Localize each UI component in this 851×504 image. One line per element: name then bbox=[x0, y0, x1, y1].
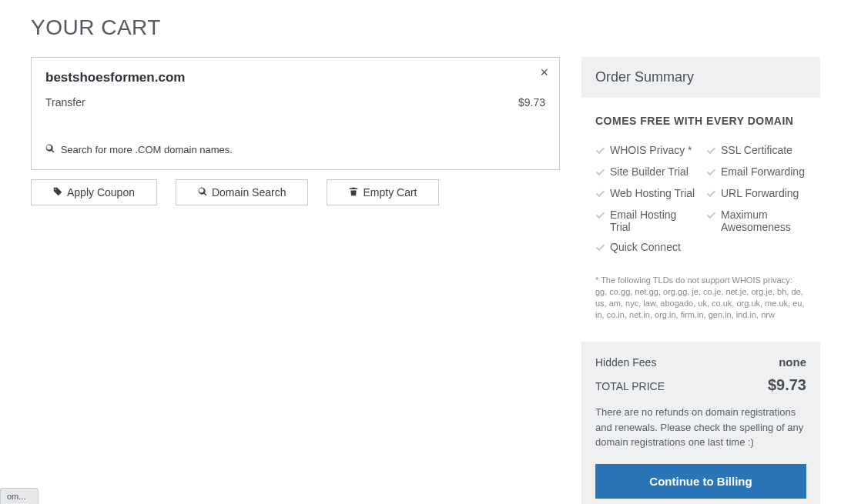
free-feature-label: Site Builder Trial bbox=[610, 165, 689, 178]
check-icon bbox=[706, 144, 716, 158]
free-feature-label: Maximum Awesomeness bbox=[721, 209, 806, 233]
empty-cart-button[interactable]: Empty Cart bbox=[327, 179, 439, 205]
trash-icon bbox=[349, 186, 358, 199]
hidden-fees-value: none bbox=[779, 355, 806, 369]
free-feature-label: Web Hosting Trial bbox=[610, 187, 695, 199]
search-icon bbox=[45, 144, 58, 155]
free-feature-label: Email Hosting Trial bbox=[610, 209, 695, 233]
cart-item-line: Transfer $9.73 bbox=[45, 96, 545, 108]
empty-cart-label: Empty Cart bbox=[363, 186, 417, 199]
check-icon bbox=[706, 165, 716, 179]
check-icon bbox=[706, 209, 716, 222]
search-more-link[interactable]: Search for more .COM domain names. bbox=[45, 144, 545, 155]
apply-coupon-button[interactable]: Apply Coupon bbox=[31, 179, 157, 205]
tag-icon bbox=[53, 186, 62, 199]
hidden-fees-label: Hidden Fees bbox=[595, 356, 656, 369]
check-icon bbox=[595, 165, 605, 179]
check-icon bbox=[595, 144, 605, 158]
free-feature-label: SSL Certificate bbox=[721, 144, 792, 156]
free-feature-label: Email Forwarding bbox=[721, 165, 805, 178]
check-icon bbox=[595, 187, 605, 201]
free-feature-item: Web Hosting Trial bbox=[595, 187, 695, 201]
whois-footnote: * The following TLDs do not support WHOI… bbox=[595, 275, 806, 320]
browser-tab-stub[interactable]: om... bbox=[0, 488, 39, 504]
cart-item-domain: bestshoesformen.com bbox=[45, 70, 545, 85]
free-features-title: COMES FREE WITH EVERY DOMAIN bbox=[595, 115, 806, 127]
search-more-text: Search for more .COM domain names. bbox=[61, 144, 233, 155]
check-icon bbox=[706, 187, 716, 201]
free-feature-item: Site Builder Trial bbox=[595, 165, 695, 179]
search-icon bbox=[198, 186, 207, 199]
free-feature-label: Quick Connect bbox=[610, 241, 681, 253]
free-feature-item: Maximum Awesomeness bbox=[706, 209, 806, 233]
free-feature-item: SSL Certificate bbox=[706, 144, 806, 158]
total-price-label: TOTAL PRICE bbox=[595, 380, 665, 392]
check-icon bbox=[595, 209, 605, 222]
apply-coupon-label: Apply Coupon bbox=[67, 186, 135, 199]
page-title: YOUR CART bbox=[31, 15, 820, 40]
check-icon bbox=[595, 241, 605, 255]
close-icon[interactable]: × bbox=[540, 65, 548, 79]
order-summary-heading: Order Summary bbox=[581, 57, 820, 98]
free-feature-label: WHOIS Privacy * bbox=[610, 144, 692, 156]
domain-search-button[interactable]: Domain Search bbox=[176, 179, 309, 205]
free-feature-item: Quick Connect bbox=[595, 241, 695, 255]
free-feature-label: URL Forwarding bbox=[721, 187, 799, 199]
free-feature-item: Email Forwarding bbox=[706, 165, 806, 179]
free-feature-item: Email Hosting Trial bbox=[595, 209, 695, 233]
cart-item-line-price: $9.73 bbox=[518, 96, 545, 108]
cart-item-line-label: Transfer bbox=[45, 96, 85, 108]
continue-to-billing-button[interactable]: Continue to Billing bbox=[595, 464, 806, 499]
free-feature-item: URL Forwarding bbox=[706, 187, 806, 201]
refund-note: There are no refunds on domain registrat… bbox=[595, 405, 806, 450]
free-feature-item: WHOIS Privacy * bbox=[595, 144, 695, 158]
cart-item: × bestshoesformen.com Transfer $9.73 Sea… bbox=[31, 57, 560, 170]
domain-search-label: Domain Search bbox=[212, 186, 286, 199]
total-price-value: $9.73 bbox=[768, 376, 806, 394]
